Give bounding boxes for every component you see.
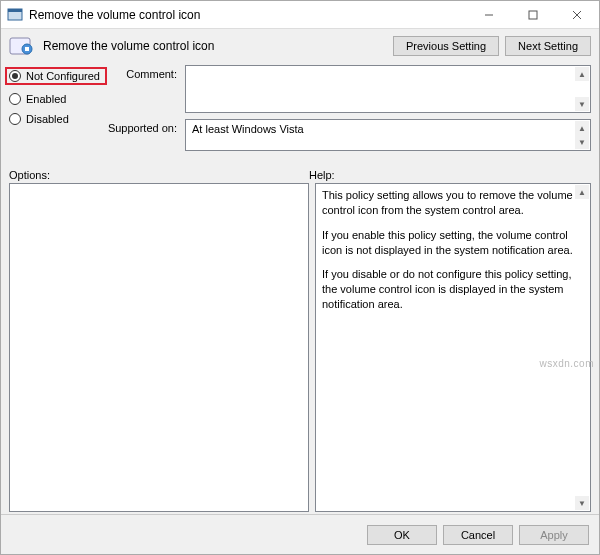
state-comment-row: Not Configured Enabled Disabled Comment:… — [9, 65, 591, 157]
radio-icon — [9, 70, 21, 82]
supported-row: Supported on: At least Windows Vista ▲ ▼ — [105, 119, 591, 151]
panels-labels: Options: Help: — [9, 169, 591, 181]
scroll-down-icon[interactable]: ▼ — [575, 135, 589, 149]
scroll-up-icon[interactable]: ▲ — [575, 121, 589, 135]
help-text: If you enable this policy setting, the v… — [322, 228, 574, 258]
cancel-button[interactable]: Cancel — [443, 525, 513, 545]
scroll-up-icon[interactable]: ▲ — [575, 185, 589, 199]
panels-row: This policy setting allows you to remove… — [9, 183, 591, 512]
maximize-button[interactable] — [511, 1, 555, 28]
options-panel — [9, 183, 309, 512]
apply-button[interactable]: Apply — [519, 525, 589, 545]
policy-title: Remove the volume control icon — [43, 39, 393, 53]
minimize-button[interactable] — [467, 1, 511, 28]
comment-textarea[interactable]: ▲ ▼ — [185, 65, 591, 113]
options-label: Options: — [9, 169, 309, 181]
nav-buttons: Previous Setting Next Setting — [393, 36, 591, 56]
svg-rect-3 — [529, 11, 537, 19]
svg-rect-8 — [25, 47, 29, 51]
radio-not-configured[interactable]: Not Configured — [5, 67, 107, 85]
scroll-down-icon[interactable]: ▼ — [575, 97, 589, 111]
ok-button[interactable]: OK — [367, 525, 437, 545]
help-text: This policy setting allows you to remove… — [322, 188, 574, 218]
supported-on-box: At least Windows Vista ▲ ▼ — [185, 119, 591, 151]
state-radios: Not Configured Enabled Disabled — [9, 65, 105, 157]
help-panel: This policy setting allows you to remove… — [315, 183, 591, 512]
scroll-down-icon[interactable]: ▼ — [575, 496, 589, 510]
radio-label: Disabled — [26, 113, 69, 125]
radio-icon — [9, 113, 21, 125]
next-setting-button[interactable]: Next Setting — [505, 36, 591, 56]
policy-icon — [9, 35, 37, 57]
window-title: Remove the volume control icon — [29, 8, 467, 22]
radio-icon — [9, 93, 21, 105]
radio-disabled[interactable]: Disabled — [9, 113, 105, 125]
help-text: If you disable or do not configure this … — [322, 267, 574, 312]
comment-label: Comment: — [105, 65, 185, 80]
content-area: Remove the volume control icon Previous … — [1, 29, 599, 514]
supported-on-value: At least Windows Vista — [192, 123, 304, 135]
window-controls — [467, 1, 599, 28]
policy-editor-window: Remove the volume control icon Remove — [0, 0, 600, 555]
header-row: Remove the volume control icon Previous … — [9, 35, 591, 57]
radio-enabled[interactable]: Enabled — [9, 93, 105, 105]
radio-label: Not Configured — [26, 70, 100, 82]
radio-label: Enabled — [26, 93, 66, 105]
close-button[interactable] — [555, 1, 599, 28]
app-icon — [7, 7, 23, 23]
comment-row: Comment: ▲ ▼ — [105, 65, 591, 113]
svg-rect-1 — [8, 9, 22, 12]
footer: OK Cancel Apply — [1, 514, 599, 554]
previous-setting-button[interactable]: Previous Setting — [393, 36, 499, 56]
supported-label: Supported on: — [105, 119, 185, 134]
comment-supported-col: Comment: ▲ ▼ Supported on: At least Wind… — [105, 65, 591, 157]
scroll-up-icon[interactable]: ▲ — [575, 67, 589, 81]
titlebar: Remove the volume control icon — [1, 1, 599, 29]
help-label: Help: — [309, 169, 335, 181]
